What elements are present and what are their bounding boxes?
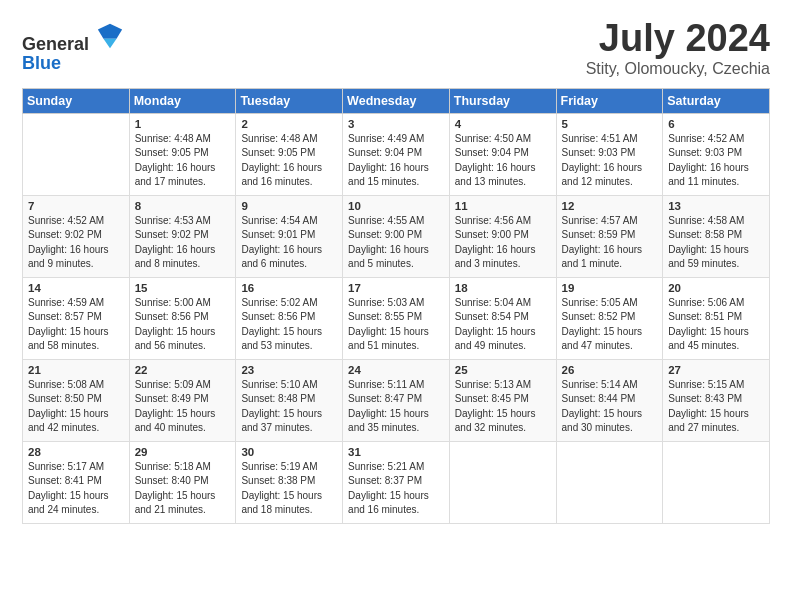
- day-number: 21: [28, 364, 124, 376]
- week-row-3: 14Sunrise: 4:59 AMSunset: 8:57 PMDayligh…: [23, 277, 770, 359]
- day-cell: 30Sunrise: 5:19 AMSunset: 8:38 PMDayligh…: [236, 441, 343, 523]
- day-cell: 19Sunrise: 5:05 AMSunset: 8:52 PMDayligh…: [556, 277, 663, 359]
- day-cell: 2Sunrise: 4:48 AMSunset: 9:05 PMDaylight…: [236, 113, 343, 195]
- day-info: Sunrise: 5:17 AMSunset: 8:41 PMDaylight:…: [28, 460, 124, 518]
- day-number: 28: [28, 446, 124, 458]
- day-cell: [556, 441, 663, 523]
- day-info: Sunrise: 5:08 AMSunset: 8:50 PMDaylight:…: [28, 378, 124, 436]
- logo: General Blue: [22, 22, 124, 73]
- day-number: 7: [28, 200, 124, 212]
- title-block: July 2024 Stity, Olomoucky, Czechia: [586, 18, 770, 78]
- day-number: 12: [562, 200, 658, 212]
- col-header-tuesday: Tuesday: [236, 88, 343, 113]
- day-cell: 23Sunrise: 5:10 AMSunset: 8:48 PMDayligh…: [236, 359, 343, 441]
- day-info: Sunrise: 4:53 AMSunset: 9:02 PMDaylight:…: [135, 214, 231, 272]
- day-cell: 5Sunrise: 4:51 AMSunset: 9:03 PMDaylight…: [556, 113, 663, 195]
- day-cell: 22Sunrise: 5:09 AMSunset: 8:49 PMDayligh…: [129, 359, 236, 441]
- day-info: Sunrise: 4:56 AMSunset: 9:00 PMDaylight:…: [455, 214, 551, 272]
- day-info: Sunrise: 5:11 AMSunset: 8:47 PMDaylight:…: [348, 378, 444, 436]
- day-info: Sunrise: 5:18 AMSunset: 8:40 PMDaylight:…: [135, 460, 231, 518]
- calendar-container: General Blue July 2024 Stity, Olomoucky,…: [0, 0, 792, 536]
- day-number: 14: [28, 282, 124, 294]
- day-number: 13: [668, 200, 764, 212]
- day-number: 23: [241, 364, 337, 376]
- day-info: Sunrise: 5:13 AMSunset: 8:45 PMDaylight:…: [455, 378, 551, 436]
- day-cell: [449, 441, 556, 523]
- day-info: Sunrise: 4:51 AMSunset: 9:03 PMDaylight:…: [562, 132, 658, 190]
- day-info: Sunrise: 5:09 AMSunset: 8:49 PMDaylight:…: [135, 378, 231, 436]
- day-cell: 1Sunrise: 4:48 AMSunset: 9:05 PMDaylight…: [129, 113, 236, 195]
- day-number: 31: [348, 446, 444, 458]
- day-number: 26: [562, 364, 658, 376]
- day-number: 29: [135, 446, 231, 458]
- day-info: Sunrise: 4:52 AMSunset: 9:03 PMDaylight:…: [668, 132, 764, 190]
- week-row-1: 1Sunrise: 4:48 AMSunset: 9:05 PMDaylight…: [23, 113, 770, 195]
- day-number: 15: [135, 282, 231, 294]
- day-info: Sunrise: 5:06 AMSunset: 8:51 PMDaylight:…: [668, 296, 764, 354]
- day-info: Sunrise: 4:55 AMSunset: 9:00 PMDaylight:…: [348, 214, 444, 272]
- day-cell: 10Sunrise: 4:55 AMSunset: 9:00 PMDayligh…: [343, 195, 450, 277]
- day-cell: 24Sunrise: 5:11 AMSunset: 8:47 PMDayligh…: [343, 359, 450, 441]
- week-row-2: 7Sunrise: 4:52 AMSunset: 9:02 PMDaylight…: [23, 195, 770, 277]
- day-number: 4: [455, 118, 551, 130]
- logo-blue: Blue: [22, 53, 61, 73]
- day-cell: 7Sunrise: 4:52 AMSunset: 9:02 PMDaylight…: [23, 195, 130, 277]
- day-cell: 11Sunrise: 4:56 AMSunset: 9:00 PMDayligh…: [449, 195, 556, 277]
- col-header-friday: Friday: [556, 88, 663, 113]
- day-cell: 25Sunrise: 5:13 AMSunset: 8:45 PMDayligh…: [449, 359, 556, 441]
- logo-general: General: [22, 34, 89, 54]
- day-info: Sunrise: 5:04 AMSunset: 8:54 PMDaylight:…: [455, 296, 551, 354]
- day-cell: 26Sunrise: 5:14 AMSunset: 8:44 PMDayligh…: [556, 359, 663, 441]
- week-row-4: 21Sunrise: 5:08 AMSunset: 8:50 PMDayligh…: [23, 359, 770, 441]
- col-header-wednesday: Wednesday: [343, 88, 450, 113]
- day-info: Sunrise: 5:00 AMSunset: 8:56 PMDaylight:…: [135, 296, 231, 354]
- day-number: 1: [135, 118, 231, 130]
- day-cell: 12Sunrise: 4:57 AMSunset: 8:59 PMDayligh…: [556, 195, 663, 277]
- day-number: 10: [348, 200, 444, 212]
- day-cell: [663, 441, 770, 523]
- day-cell: 14Sunrise: 4:59 AMSunset: 8:57 PMDayligh…: [23, 277, 130, 359]
- month-title: July 2024: [586, 18, 770, 60]
- day-info: Sunrise: 4:52 AMSunset: 9:02 PMDaylight:…: [28, 214, 124, 272]
- day-number: 9: [241, 200, 337, 212]
- logo-icon: [96, 22, 124, 50]
- week-row-5: 28Sunrise: 5:17 AMSunset: 8:41 PMDayligh…: [23, 441, 770, 523]
- day-info: Sunrise: 4:50 AMSunset: 9:04 PMDaylight:…: [455, 132, 551, 190]
- header: General Blue July 2024 Stity, Olomoucky,…: [22, 18, 770, 78]
- day-number: 19: [562, 282, 658, 294]
- col-header-sunday: Sunday: [23, 88, 130, 113]
- day-number: 8: [135, 200, 231, 212]
- day-number: 6: [668, 118, 764, 130]
- day-cell: 4Sunrise: 4:50 AMSunset: 9:04 PMDaylight…: [449, 113, 556, 195]
- day-cell: 17Sunrise: 5:03 AMSunset: 8:55 PMDayligh…: [343, 277, 450, 359]
- day-cell: 18Sunrise: 5:04 AMSunset: 8:54 PMDayligh…: [449, 277, 556, 359]
- day-cell: 6Sunrise: 4:52 AMSunset: 9:03 PMDaylight…: [663, 113, 770, 195]
- day-number: 20: [668, 282, 764, 294]
- day-info: Sunrise: 5:21 AMSunset: 8:37 PMDaylight:…: [348, 460, 444, 518]
- day-cell: 28Sunrise: 5:17 AMSunset: 8:41 PMDayligh…: [23, 441, 130, 523]
- svg-marker-0: [97, 24, 121, 39]
- day-number: 30: [241, 446, 337, 458]
- day-number: 24: [348, 364, 444, 376]
- day-cell: 16Sunrise: 5:02 AMSunset: 8:56 PMDayligh…: [236, 277, 343, 359]
- day-number: 5: [562, 118, 658, 130]
- day-info: Sunrise: 5:05 AMSunset: 8:52 PMDaylight:…: [562, 296, 658, 354]
- day-info: Sunrise: 4:48 AMSunset: 9:05 PMDaylight:…: [241, 132, 337, 190]
- day-cell: 13Sunrise: 4:58 AMSunset: 8:58 PMDayligh…: [663, 195, 770, 277]
- day-number: 27: [668, 364, 764, 376]
- col-header-monday: Monday: [129, 88, 236, 113]
- day-info: Sunrise: 4:48 AMSunset: 9:05 PMDaylight:…: [135, 132, 231, 190]
- day-number: 16: [241, 282, 337, 294]
- day-cell: 27Sunrise: 5:15 AMSunset: 8:43 PMDayligh…: [663, 359, 770, 441]
- day-info: Sunrise: 5:10 AMSunset: 8:48 PMDaylight:…: [241, 378, 337, 436]
- day-number: 17: [348, 282, 444, 294]
- day-number: 18: [455, 282, 551, 294]
- day-info: Sunrise: 5:14 AMSunset: 8:44 PMDaylight:…: [562, 378, 658, 436]
- day-info: Sunrise: 4:58 AMSunset: 8:58 PMDaylight:…: [668, 214, 764, 272]
- day-info: Sunrise: 5:19 AMSunset: 8:38 PMDaylight:…: [241, 460, 337, 518]
- day-info: Sunrise: 4:59 AMSunset: 8:57 PMDaylight:…: [28, 296, 124, 354]
- day-cell: 21Sunrise: 5:08 AMSunset: 8:50 PMDayligh…: [23, 359, 130, 441]
- day-info: Sunrise: 4:54 AMSunset: 9:01 PMDaylight:…: [241, 214, 337, 272]
- day-number: 22: [135, 364, 231, 376]
- day-info: Sunrise: 4:49 AMSunset: 9:04 PMDaylight:…: [348, 132, 444, 190]
